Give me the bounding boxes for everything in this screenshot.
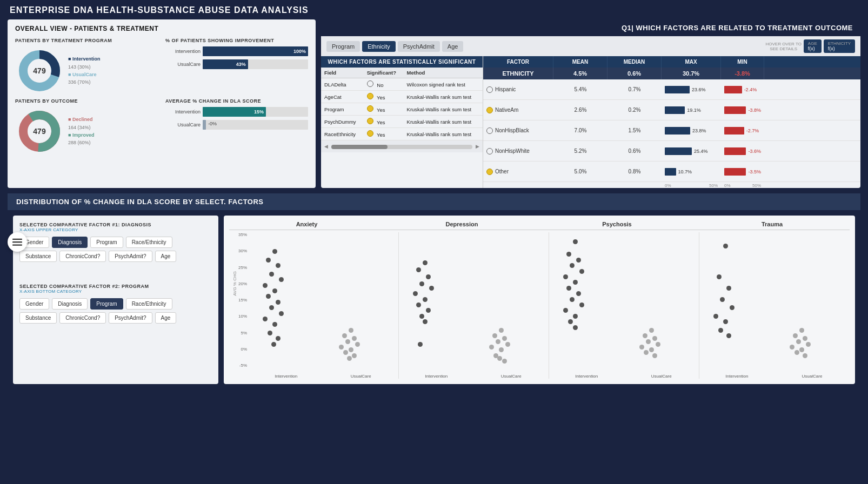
- chart-categories: Anxiety Depression Psychosis Trauma: [229, 221, 850, 230]
- eth-row-nativeam: NativeAm 2.6% 0.2% 19.1%: [483, 100, 860, 120]
- sig-col-field: Field: [321, 68, 364, 78]
- eth-row-nonhispwhite: NonHispWhite 5.2% 0.6% 25.4%: [483, 141, 860, 162]
- f1-btn-diagnosis[interactable]: Diagnosis: [52, 237, 88, 248]
- trauma-col: Intervention UsualCare: [699, 232, 850, 379]
- usualcare-bar-track: 43%: [203, 59, 308, 69]
- distribution-panel: DISTRIBUTION OF % CHANGE IN DLA SCORE BY…: [8, 193, 860, 389]
- improvement-title: % OF PATIENTS SHOWING IMPROVEMENT: [165, 38, 308, 43]
- anxiety-dots-area: [249, 232, 398, 373]
- stats-hcell-max: MAX: [662, 56, 721, 68]
- dla-usualcare-row: UsualCare -0%: [165, 120, 308, 130]
- treatment-donut: 479: [15, 46, 64, 95]
- other-dot: [486, 169, 493, 175]
- q1-panel: Q1| WHICH FACTORS ARE RELATED TO TREATME…: [321, 19, 860, 188]
- f1-btn-raceethnicity[interactable]: Race/Ethnicity: [126, 237, 172, 248]
- intervention-bar-track: 100%: [203, 46, 308, 56]
- dist-title: DISTRIBUTION OF % CHANGE IN DLA SCORE BY…: [8, 193, 860, 210]
- dla-intervention-row: Intervention 15%: [165, 107, 308, 117]
- dla-intervention-label: Intervention: [165, 109, 201, 115]
- usualcare-bar-row: UsualCare 43%: [165, 59, 308, 69]
- dla-usualcare-track: -0%: [203, 120, 308, 130]
- intervention-bar-label: Intervention: [165, 49, 201, 54]
- intervention-bar-row: Intervention 100%: [165, 46, 308, 56]
- svg-rect-2: [12, 245, 22, 246]
- dla-usualcare-fill: [203, 120, 206, 130]
- usualcare-bar-value: 43%: [236, 62, 246, 67]
- q1-stats: FACTOR MEAN MEDIAN MAX MIN ETHNICITY 4.5…: [483, 56, 860, 188]
- nonhispwhite-dot: [486, 148, 493, 154]
- psychosis-col: Intervention UsualCare: [549, 232, 699, 379]
- depression-intervention-dots: [403, 232, 469, 373]
- sig-table-title: WHICH FACTORS ARE STATISTICALLY SIGNIFIC…: [321, 56, 483, 68]
- outcome-donut: 479: [15, 107, 64, 156]
- f2-btn-psychadmit[interactable]: PsychAdmit?: [109, 312, 152, 324]
- anxiety-sublabels: Intervention UsualCare: [249, 374, 398, 379]
- dla-usualcare-value: -0%: [208, 121, 217, 126]
- factor1-label: SELECTED COMPARATIVE FACTOR #1: DIAGNOSI…: [19, 222, 212, 227]
- psychosis-intervention-dots: [553, 232, 619, 373]
- usualcare-bar-label: UsualCare: [165, 62, 201, 67]
- treatment-program-section: PATIENTS BY TREATMENT PROGRAM 479 ■ Inte…: [15, 38, 160, 95]
- dla-title: AVERAGE % CHANGE IN DLA SCORE: [165, 98, 308, 104]
- trauma-dots-area: [699, 232, 850, 373]
- nativeam-dot: [486, 107, 493, 113]
- f1-btn-age[interactable]: Age: [155, 251, 177, 262]
- sig-row-dladelta: DLADelta No Wilcoxon signed rank test: [321, 78, 483, 91]
- sig-table-wrap: WHICH FACTORS ARE STATISTICALLY SIGNIFIC…: [321, 56, 483, 188]
- factor-min: -3.8%: [721, 68, 764, 79]
- f2-btn-age[interactable]: Age: [155, 312, 177, 324]
- depression-sublabels: Intervention UsualCare: [399, 374, 549, 379]
- f2-btn-chroniccond[interactable]: ChronicCond?: [59, 312, 106, 324]
- psychosis-usualcare-dots: [630, 232, 695, 373]
- cat-psychosis: Psychosis: [539, 221, 695, 227]
- psychosis-dots-area: [549, 232, 699, 373]
- tab-psychadmit[interactable]: PsychAdmit: [398, 41, 440, 52]
- improvement-bars: % OF PATIENTS SHOWING IMPROVEMENT Interv…: [163, 38, 308, 95]
- tab-age[interactable]: Age: [442, 41, 464, 52]
- f1-btn-chroniccond[interactable]: ChronicCond?: [59, 251, 106, 262]
- depression-usualcare-dots: [479, 232, 545, 373]
- dist-content: SELECTED COMPARATIVE FACTOR #1: DIAGNOSI…: [8, 210, 860, 389]
- stats-hcell-factor: FACTOR: [483, 56, 553, 68]
- factor1-buttons: Gender Diagnosis Program Race/Ethnicity …: [19, 237, 212, 262]
- dla-usualcare-label: UsualCare: [165, 122, 201, 127]
- f2-btn-gender[interactable]: Gender: [19, 298, 49, 310]
- eth-row-other: Other 5.0% 0.8% 10.7%: [483, 162, 860, 182]
- hispanic-dot: [486, 86, 493, 93]
- hover-hint: HOVER OVER TO SEE DETAILS: [765, 42, 801, 51]
- mini-tabs: AGE f(x) ETHNICITY f(x): [804, 39, 855, 53]
- sig-col-method: Method: [404, 68, 483, 78]
- svg-rect-1: [12, 241, 22, 243]
- dot-chart-area: 35% 30% 25% 20% 15% 10% 5% 0% -5% AVG % …: [229, 232, 850, 379]
- f2-btn-program[interactable]: Program: [90, 298, 123, 310]
- factor-median: 0.6%: [607, 68, 662, 79]
- mini-tab-ethnicity[interactable]: ETHNICITY f(x): [824, 39, 855, 53]
- ethnicity-rows: Hispanic 5.4% 0.7% 23.6%: [483, 79, 860, 182]
- intervention-bar-fill: 100%: [203, 46, 308, 56]
- menu-button[interactable]: [8, 232, 27, 252]
- stats-hcell-min: MIN: [721, 56, 764, 68]
- intervention-bar-value: 100%: [293, 49, 306, 54]
- q1-content: WHICH FACTORS ARE STATISTICALLY SIGNIFIC…: [321, 56, 860, 188]
- treatment-program-title: PATIENTS BY TREATMENT PROGRAM: [15, 38, 160, 43]
- f1-btn-substance[interactable]: Substance: [19, 251, 57, 262]
- f1-btn-program[interactable]: Program: [90, 237, 123, 248]
- mini-tab-age[interactable]: AGE f(x): [804, 39, 822, 53]
- dist-chart: Anxiety Depression Psychosis Trauma 35% …: [224, 216, 855, 384]
- factor1-sublabel: X-AXIS UPPER CATEGORY: [19, 227, 212, 232]
- sig-row-agecat: AgeCat Yes Kruskal-Wallis rank sum test: [321, 91, 483, 103]
- f1-btn-psychadmit[interactable]: PsychAdmit?: [109, 251, 152, 262]
- f2-btn-raceethnicity[interactable]: Race/Ethnicity: [126, 298, 172, 310]
- stats-data-row: ETHNICITY 4.5% 0.6% 30.7% -3.8%: [483, 68, 860, 79]
- anxiety-usualcare-dots: [329, 232, 395, 373]
- cat-trauma: Trauma: [695, 221, 850, 227]
- tab-ethnicity[interactable]: Ethnicity: [362, 41, 396, 52]
- dla-intervention-value: 15%: [254, 109, 264, 115]
- svg-rect-0: [12, 239, 22, 240]
- q1-header: Q1| WHICH FACTORS ARE RELATED TO TREATME…: [321, 19, 860, 36]
- f2-btn-diagnosis[interactable]: Diagnosis: [52, 298, 88, 310]
- tab-program[interactable]: Program: [326, 41, 360, 52]
- f2-btn-substance[interactable]: Substance: [19, 312, 57, 324]
- trauma-usualcare-dots: [780, 232, 845, 373]
- app-title: ENTERPRISE DNA HEALTH-SUBSTANCE ABUSE DA…: [8, 5, 860, 15]
